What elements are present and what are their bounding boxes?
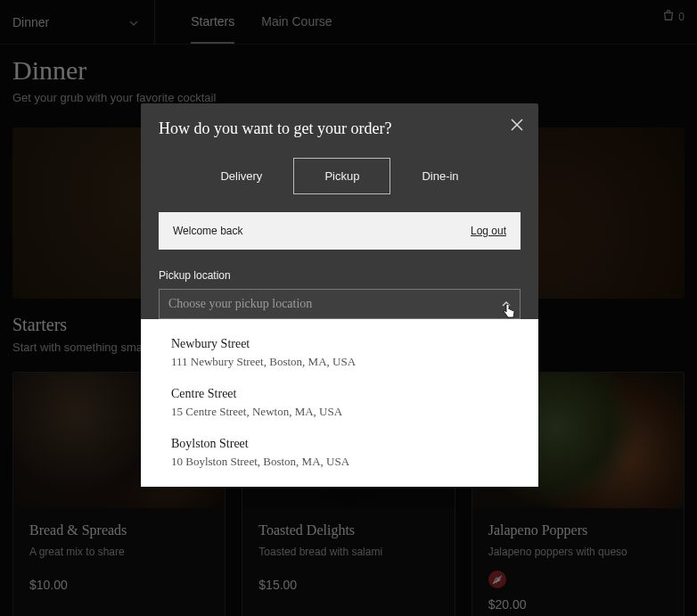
method-tab-pickup[interactable]: Pickup xyxy=(293,158,390,194)
location-name: Newbury Street xyxy=(171,337,508,351)
close-button[interactable] xyxy=(508,116,526,134)
location-name: Boylston Street xyxy=(171,437,508,451)
order-method-modal: How do you want to get your order? Deliv… xyxy=(141,103,538,487)
location-address: 10 Boylston Street, Boston, MA, USA xyxy=(171,455,508,469)
location-address: 15 Centre Street, Newton, MA, USA xyxy=(171,405,508,419)
logout-link[interactable]: Log out xyxy=(471,225,506,237)
method-tab-label: Delivery xyxy=(220,169,262,183)
method-tab-dinein[interactable]: Dine-in xyxy=(390,158,489,194)
method-tab-label: Pickup xyxy=(324,169,359,183)
modal-title: How do you want to get your order? xyxy=(159,119,521,138)
close-icon xyxy=(508,121,526,136)
pickup-location-dropdown: Newbury Street 111 Newbury Street, Bosto… xyxy=(141,319,538,487)
location-option[interactable]: Newbury Street 111 Newbury Street, Bosto… xyxy=(141,328,538,378)
welcome-banner: Welcome back Log out xyxy=(159,212,521,250)
location-name: Centre Street xyxy=(171,387,508,401)
order-method-tabs: Delivery Pickup Dine-in xyxy=(159,158,521,194)
welcome-text: Welcome back xyxy=(173,225,242,237)
location-address: 111 Newbury Street, Boston, MA, USA xyxy=(171,355,508,369)
location-option[interactable]: Centre Street 15 Centre Street, Newton, … xyxy=(141,378,538,428)
location-option[interactable]: Boylston Street 10 Boylston Street, Bost… xyxy=(141,428,538,478)
method-tab-label: Dine-in xyxy=(422,169,458,183)
select-placeholder: Choose your pickup location xyxy=(168,297,312,311)
method-tab-delivery[interactable]: Delivery xyxy=(189,158,293,194)
pickup-location-select[interactable]: Choose your pickup location xyxy=(159,289,521,319)
chevron-up-icon xyxy=(502,299,511,308)
pickup-location-label: Pickup location xyxy=(159,269,521,282)
